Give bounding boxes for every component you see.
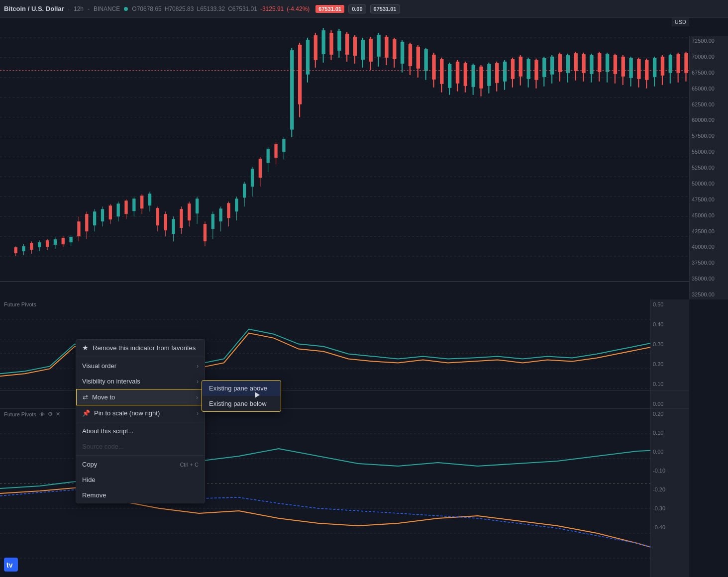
svg-rect-91 bbox=[321, 30, 325, 54]
price-badge: 67531.01 bbox=[315, 5, 344, 13]
future-pivots-label1: Future Pivots bbox=[4, 301, 36, 307]
svg-rect-133 bbox=[487, 64, 491, 86]
settings-icon[interactable]: ⚙ bbox=[48, 411, 53, 417]
candles bbox=[14, 28, 720, 256]
menu-item-visual-order[interactable]: Visual order › bbox=[76, 358, 205, 374]
svg-rect-61 bbox=[204, 224, 207, 241]
menu-item-copy[interactable]: Copy Ctrl + C bbox=[76, 457, 205, 472]
svg-rect-65 bbox=[219, 208, 222, 221]
svg-rect-53 bbox=[172, 219, 175, 234]
svg-rect-117 bbox=[424, 49, 427, 71]
svg-rect-71 bbox=[243, 184, 246, 197]
close-icon[interactable]: ✕ bbox=[56, 411, 60, 417]
svg-rect-15 bbox=[22, 246, 25, 251]
svg-rect-33 bbox=[93, 211, 96, 225]
svg-rect-75 bbox=[259, 159, 262, 178]
osc1-axis: 0.50 0.40 0.30 0.20 0.10 0.00 -0.20 bbox=[650, 299, 689, 408]
svg-rect-145 bbox=[534, 60, 538, 80]
svg-rect-169 bbox=[629, 58, 632, 78]
menu-separator-1 bbox=[76, 357, 205, 357]
menu-item-about[interactable]: About this script... bbox=[76, 423, 205, 439]
osc2-axis: 0.20 0.10 0.00 -0.10 -0.20 -0.30 -0.40 bbox=[650, 409, 689, 577]
cursor-pointer bbox=[255, 392, 260, 398]
eye-icon[interactable]: 👁 bbox=[39, 411, 45, 417]
svg-rect-155 bbox=[574, 53, 577, 71]
menu-item-pin-scale[interactable]: 📌 Pin to scale (now right) › bbox=[76, 405, 205, 421]
move-icon: ⇄ bbox=[83, 393, 88, 401]
svg-rect-101 bbox=[361, 40, 365, 60]
svg-rect-113 bbox=[409, 44, 412, 66]
svg-rect-19 bbox=[38, 242, 41, 247]
svg-rect-21 bbox=[46, 240, 49, 247]
svg-rect-31 bbox=[85, 214, 88, 231]
svg-rect-173 bbox=[645, 60, 648, 80]
svg-rect-69 bbox=[235, 198, 238, 211]
svg-rect-159 bbox=[590, 55, 593, 74]
svg-rect-175 bbox=[653, 58, 656, 77]
change-value: -3125.91 bbox=[260, 5, 284, 12]
svg-rect-129 bbox=[472, 65, 475, 87]
svg-rect-29 bbox=[77, 221, 80, 236]
ohlc-data: O70678.65 H70825.83 L65133.32 C67531.01 … bbox=[132, 5, 310, 12]
svg-rect-49 bbox=[156, 208, 159, 225]
menu-separator-3 bbox=[76, 455, 205, 456]
submenu: Existing pane above Existing pane below bbox=[202, 380, 281, 412]
svg-rect-143 bbox=[526, 59, 530, 79]
svg-rect-123 bbox=[448, 64, 451, 88]
price-badge3: 67531.01 bbox=[370, 4, 400, 13]
submenu-item-pane-below[interactable]: Existing pane below bbox=[202, 396, 281, 411]
svg-rect-63 bbox=[211, 214, 214, 229]
svg-rect-135 bbox=[495, 63, 499, 83]
svg-rect-17 bbox=[30, 243, 33, 250]
svg-rect-57 bbox=[188, 203, 191, 220]
menu-item-remove[interactable]: Remove bbox=[76, 487, 205, 503]
price-badge2: 0.00 bbox=[348, 4, 366, 13]
pin-icon: 📌 bbox=[82, 409, 90, 417]
menu-item-move-to[interactable]: ⇄ Move to › bbox=[76, 389, 205, 405]
main-chart[interactable]: 67531.01 01:36:36 bbox=[0, 18, 728, 282]
svg-rect-23 bbox=[54, 239, 57, 245]
change-pct: (-4.42%) bbox=[287, 5, 310, 12]
svg-rect-115 bbox=[416, 47, 420, 69]
svg-rect-111 bbox=[401, 42, 404, 64]
arrow-icon-visual: › bbox=[197, 363, 199, 370]
svg-rect-163 bbox=[606, 54, 609, 72]
svg-rect-67 bbox=[227, 203, 230, 218]
svg-rect-151 bbox=[558, 54, 562, 72]
svg-rect-89 bbox=[314, 35, 317, 60]
arrow-icon-move: › bbox=[196, 394, 198, 401]
svg-rect-107 bbox=[385, 37, 388, 58]
price-chart-svg bbox=[0, 18, 728, 281]
arrow-icon-pin: › bbox=[197, 410, 199, 417]
exchange-label: - bbox=[88, 5, 90, 12]
svg-rect-79 bbox=[274, 144, 277, 158]
svg-rect-51 bbox=[164, 214, 167, 230]
high-label: H70825.83 bbox=[165, 5, 194, 12]
dot-live bbox=[124, 7, 128, 11]
menu-item-remove-fav[interactable]: ★ Remove this indicator from favorites bbox=[76, 340, 205, 356]
low-label: L65133.32 bbox=[197, 5, 225, 12]
svg-rect-39 bbox=[117, 203, 120, 216]
submenu-item-pane-above[interactable]: Existing pane above bbox=[202, 381, 281, 396]
symbol-title: Bitcoin / U.S. Dollar bbox=[4, 5, 64, 12]
tv-watermark: tv bbox=[4, 558, 18, 573]
svg-rect-167 bbox=[622, 57, 625, 77]
svg-rect-171 bbox=[637, 59, 640, 79]
svg-rect-165 bbox=[614, 55, 617, 74]
svg-rect-103 bbox=[369, 39, 373, 62]
context-menu: ★ Remove this indicator from favorites V… bbox=[76, 339, 205, 503]
menu-item-visibility[interactable]: Visibility on intervals › bbox=[76, 374, 205, 389]
menu-item-hide[interactable]: Hide bbox=[76, 472, 205, 487]
svg-rect-139 bbox=[511, 59, 515, 79]
top-bar: Bitcoin / U.S. Dollar · 12h - BINANCE O7… bbox=[0, 0, 728, 18]
menu-item-source: Source code... bbox=[76, 439, 205, 454]
arrow-icon-visibility: › bbox=[197, 378, 199, 385]
svg-rect-147 bbox=[542, 58, 546, 77]
svg-rect-59 bbox=[196, 198, 199, 213]
svg-rect-121 bbox=[440, 59, 443, 84]
svg-rect-77 bbox=[267, 149, 270, 163]
svg-rect-55 bbox=[180, 209, 183, 228]
svg-rect-47 bbox=[148, 193, 151, 205]
svg-rect-41 bbox=[124, 200, 127, 214]
svg-rect-119 bbox=[432, 55, 435, 80]
